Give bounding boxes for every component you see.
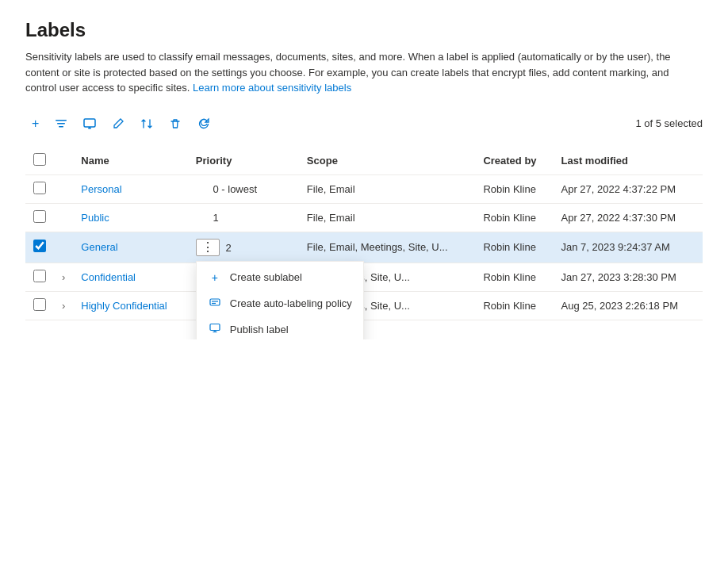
priority-value: 1 bbox=[213, 212, 218, 224]
add-button[interactable]: + bbox=[25, 112, 45, 136]
context-menu: + Create sublabel Create auto-labeling p… bbox=[196, 261, 364, 339]
row-checkbox[interactable] bbox=[33, 298, 46, 311]
created-by-value: Robin Kline bbox=[475, 263, 553, 291]
label-name-link[interactable]: Public bbox=[81, 212, 109, 224]
priority-value: 0 - lowest bbox=[213, 183, 257, 195]
header-name: Name bbox=[73, 147, 188, 175]
label-name-link[interactable]: Confidential bbox=[81, 271, 136, 283]
delete-button[interactable] bbox=[163, 113, 188, 135]
last-modified-value: Jan 27, 2023 3:28:30 PM bbox=[554, 263, 703, 291]
plus-icon: + bbox=[208, 271, 222, 284]
auto-label-icon bbox=[208, 297, 222, 310]
label-name-link[interactable]: Highly Confidential bbox=[81, 300, 167, 312]
scope-value: File, Email bbox=[299, 203, 476, 232]
row-context-menu-button[interactable]: ⋮ bbox=[196, 239, 220, 256]
svg-rect-4 bbox=[88, 128, 91, 129]
refresh-button[interactable] bbox=[191, 113, 216, 135]
select-all-checkbox[interactable] bbox=[33, 153, 46, 166]
header-scope: Scope bbox=[299, 147, 476, 175]
monitor-icon bbox=[208, 323, 222, 336]
table-header: Name Priority Scope Created by Last modi… bbox=[25, 147, 703, 175]
monitor-button[interactable] bbox=[77, 113, 102, 135]
last-modified-value: Apr 27, 2022 4:37:22 PM bbox=[554, 174, 703, 203]
filter-button[interactable] bbox=[48, 113, 74, 135]
header-created-by: Created by bbox=[475, 147, 553, 175]
svg-rect-6 bbox=[210, 299, 220, 305]
scope-value: File, Email, Meetings, Site, U... bbox=[299, 232, 476, 263]
create-auto-labeling-item[interactable]: Create auto-labeling policy bbox=[197, 290, 363, 316]
created-by-value: Robin Kline bbox=[475, 291, 553, 320]
menu-label: Publish label bbox=[230, 324, 289, 335]
last-modified-value: Apr 27, 2022 4:37:30 PM bbox=[554, 203, 703, 232]
toolbar: + 1 of 5 selected bbox=[25, 109, 703, 139]
created-by-value: Robin Kline bbox=[475, 232, 553, 263]
row-checkbox[interactable] bbox=[33, 210, 46, 223]
label-name-link[interactable]: General bbox=[81, 241, 117, 253]
sort-button[interactable] bbox=[134, 113, 159, 135]
row-checkbox[interactable] bbox=[33, 270, 46, 282]
svg-rect-1 bbox=[57, 123, 65, 125]
last-modified-value: Jan 7, 2023 9:24:37 AM bbox=[554, 232, 703, 263]
learn-more-link[interactable]: Learn more about sensitivity labels bbox=[193, 82, 351, 94]
svg-rect-0 bbox=[56, 120, 67, 121]
svg-rect-9 bbox=[210, 324, 220, 330]
label-name-link[interactable]: Personal bbox=[81, 183, 121, 195]
header-priority: Priority bbox=[188, 147, 299, 175]
context-menu-wrapper: ⋮ + Create sublabel Create auto-labeling bbox=[196, 239, 220, 256]
header-expand bbox=[54, 147, 73, 175]
create-sublabel-item[interactable]: + Create sublabel bbox=[197, 265, 363, 290]
priority-value: 2 bbox=[225, 242, 231, 254]
table-row: Public 1 File, Email Robin Kline Apr 27,… bbox=[25, 203, 703, 232]
svg-rect-2 bbox=[59, 126, 63, 128]
created-by-value: Robin Kline bbox=[475, 174, 553, 203]
page-description: Sensitivity labels are used to classify … bbox=[25, 49, 703, 96]
page-title: Labels bbox=[25, 19, 703, 41]
scope-value: File, Email bbox=[299, 174, 476, 203]
menu-label: Create auto-labeling policy bbox=[230, 297, 352, 309]
expand-icon[interactable]: › bbox=[62, 300, 65, 312]
table-row: General ⋮ + Create sublabel bbox=[25, 232, 703, 263]
publish-label-item[interactable]: Publish label bbox=[197, 316, 363, 339]
table-row: › Highly Confidential ail, Meetings, Sit… bbox=[25, 291, 703, 320]
labels-table: Name Priority Scope Created by Last modi… bbox=[25, 147, 703, 320]
expand-icon[interactable]: › bbox=[62, 271, 65, 283]
created-by-value: Robin Kline bbox=[475, 203, 553, 232]
row-checkbox[interactable] bbox=[33, 182, 46, 194]
svg-rect-3 bbox=[84, 119, 95, 127]
header-last-modified: Last modified bbox=[554, 147, 703, 175]
table-row: › Confidential ail, Meetings, Site, U...… bbox=[25, 263, 703, 291]
select-all-header bbox=[25, 147, 54, 175]
menu-label: Create sublabel bbox=[230, 271, 302, 283]
selection-count: 1 of 5 selected bbox=[635, 117, 703, 129]
row-checkbox[interactable] bbox=[33, 240, 46, 252]
edit-button[interactable] bbox=[105, 113, 131, 135]
last-modified-value: Aug 25, 2023 2:26:18 PM bbox=[554, 291, 703, 320]
table-row: Personal 0 - lowest File, Email Robin Kl… bbox=[25, 174, 703, 203]
